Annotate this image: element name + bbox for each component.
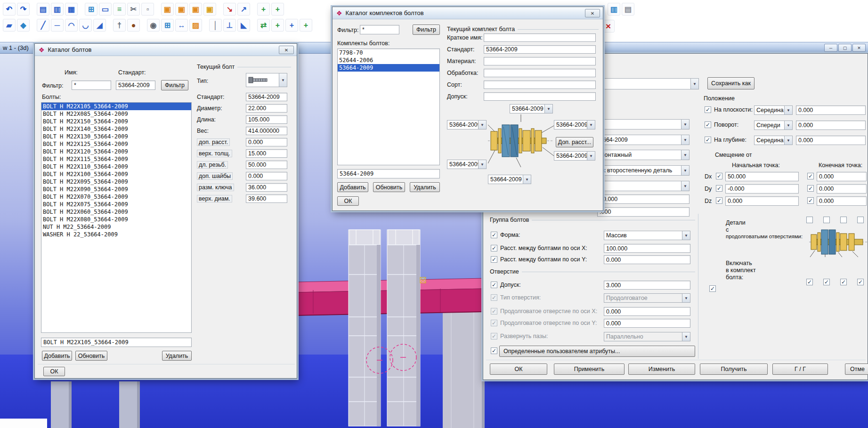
rotate-slots-checkbox[interactable] — [491, 333, 497, 339]
field-input[interactable] — [484, 57, 596, 65]
list-item[interactable]: BOLT H M22X105_53664-2009 — [41, 103, 191, 110]
dz-end-checkbox[interactable] — [807, 197, 814, 204]
checkbox[interactable] — [823, 217, 830, 223]
shape-combo[interactable]: Массив▼ — [604, 231, 690, 240]
bolt-stack-1[interactable] — [349, 230, 381, 426]
chevron-down-icon[interactable]: ▼ — [681, 181, 689, 191]
dy-start-value[interactable]: -0.000 — [725, 184, 799, 194]
on-plane-value[interactable]: 0.000 — [796, 105, 866, 115]
bolt-standard-combo[interactable]: 3664-2009▼ — [597, 135, 690, 145]
extra-distance-button[interactable]: Доп. расст... — [556, 137, 593, 147]
brush-icon[interactable]: ◆ — [17, 19, 30, 32]
paint-icon[interactable]: ▰ — [3, 19, 16, 32]
filter-input[interactable]: * — [360, 25, 399, 34]
ok-button[interactable]: ОК — [490, 363, 547, 375]
tolerance-checkbox[interactable] — [491, 282, 497, 288]
slot-y-checkbox[interactable] — [491, 320, 497, 326]
assembly-bottom-combo[interactable]: 53664-2009▼ — [488, 175, 531, 184]
chevron-down-icon[interactable]: ▼ — [681, 135, 689, 145]
list-item[interactable]: BOLT H M22X130_53664-2009 — [41, 133, 191, 140]
uda-checkbox[interactable] — [491, 347, 497, 354]
field-input[interactable]: 53664-2009 — [484, 45, 596, 54]
chamfer-icon[interactable]: ◢ — [93, 19, 106, 32]
list-icon[interactable]: ≡ — [113, 3, 126, 16]
list-item[interactable]: BOLT H M22X110_53664-2009 — [41, 163, 191, 170]
chart-icon[interactable]: ▥ — [608, 3, 620, 16]
ok-button[interactable]: ОК — [43, 367, 65, 376]
chevron-down-icon[interactable]: ▼ — [681, 166, 689, 175]
ok-button[interactable]: ОК — [337, 196, 359, 206]
rotation-checkbox[interactable] — [705, 121, 711, 128]
field-input[interactable] — [484, 69, 596, 77]
chevron-down-icon[interactable]: ▼ — [690, 79, 698, 89]
filter-button[interactable]: Фильтр — [161, 80, 188, 90]
bolt-left-combo[interactable]: 53664-2009▼ — [447, 160, 487, 169]
chevron-down-icon[interactable]: ▼ — [478, 160, 486, 169]
uda-button[interactable]: Определенные пользователем атрибуты... — [499, 346, 695, 357]
checkbox[interactable] — [840, 279, 847, 285]
slot-y-input[interactable]: 0.000 — [604, 319, 690, 328]
filter-name-input[interactable]: * — [72, 81, 111, 90]
washer-left-combo[interactable]: 53664-2009▼ — [447, 120, 487, 129]
snap-up-icon[interactable]: ↗ — [237, 3, 250, 16]
dist-x-checkbox[interactable] — [491, 245, 497, 251]
thread-in-material-combo[interactable]: а▼ — [597, 181, 690, 191]
toolbar-icon[interactable] — [251, 19, 256, 32]
assembly-catalog-titlebar[interactable]: ❖ Каталог комплектов болтов ✕ — [333, 7, 603, 19]
close-icon[interactable]: ✕ — [585, 9, 600, 17]
undo-icon[interactable]: ↶ — [3, 3, 16, 16]
chevron-down-icon[interactable]: ▼ — [682, 231, 690, 240]
field-input[interactable] — [484, 92, 596, 101]
tolerance-input[interactable]: 3.000 — [604, 281, 690, 290]
bolt-type-combo[interactable]: Монтажный▼ — [597, 150, 690, 160]
list-item[interactable]: 53664-2009 — [338, 64, 439, 72]
on-plane-checkbox[interactable] — [705, 106, 711, 113]
arc-icon[interactable]: ◠ — [65, 19, 78, 32]
ruler-icon[interactable]: ▤ — [622, 3, 634, 16]
checkbox[interactable] — [857, 217, 864, 223]
add-button[interactable]: Добавить — [337, 182, 368, 192]
select-filter-icon[interactable]: ▫ — [141, 3, 154, 16]
list-item[interactable]: BOLT H M22X100_53664-2009 — [41, 170, 191, 178]
filter-button[interactable]: Фильтр — [413, 24, 440, 35]
field-input[interactable] — [484, 81, 596, 89]
chevron-down-icon[interactable]: ▼ — [478, 121, 486, 129]
list-item[interactable]: BOLT H M22X120_53664-2009 — [41, 148, 191, 155]
list-item[interactable]: BOLT H M22X070_53664-2009 — [41, 193, 191, 201]
chevron-down-icon[interactable]: ▼ — [523, 175, 531, 184]
dx-start-checkbox[interactable] — [716, 173, 722, 179]
delete-button[interactable]: Удалить — [162, 351, 192, 361]
slot-x-input[interactable]: 0.000 — [604, 307, 690, 316]
toolbar-icon[interactable] — [203, 19, 208, 32]
on-plane-combo[interactable]: Середина▼ — [754, 105, 793, 115]
list-item[interactable]: BOLT H M22X060_53664-2009 — [41, 208, 191, 216]
chevron-down-icon[interactable]: ▼ — [681, 150, 689, 160]
maximize-button[interactable]: ▢ — [838, 44, 852, 52]
toolbar-icon[interactable] — [218, 3, 222, 16]
extra-length-input[interactable]: .000 — [597, 207, 690, 217]
connect-part-combo[interactable]: ак второстепенную деталь▼ — [597, 165, 690, 176]
washer-right-combo[interactable]: 53664-2009▼ — [554, 120, 595, 129]
list-item[interactable]: BOLT H M22X125_53664-2009 — [41, 140, 191, 148]
phase-icon[interactable]: ⇄ — [257, 19, 270, 32]
dx-start-value[interactable]: 50.000 — [725, 172, 799, 181]
chevron-down-icon[interactable]: ▼ — [681, 120, 689, 129]
update-button[interactable]: Обновить — [75, 351, 107, 361]
toolbar-icon[interactable] — [31, 19, 35, 32]
selected-bolt-input[interactable]: BOLT H M22X105_53664-2009 — [41, 338, 192, 347]
save-as-button[interactable]: Сохранить как — [707, 77, 754, 89]
bolt-tool-icon[interactable]: † — [113, 19, 126, 32]
toolbar-icon[interactable] — [107, 19, 112, 32]
field-input[interactable]: 15.000 — [246, 149, 287, 158]
hatch-icon[interactable]: ▨ — [189, 19, 202, 32]
dy-end-checkbox[interactable] — [807, 185, 814, 192]
add-button[interactable]: Добавить — [42, 351, 72, 361]
apply-button[interactable]: Применить — [554, 363, 625, 375]
assemblies-listbox[interactable]: 7798-7052644-200653664-2009 — [337, 48, 440, 165]
axis-icon[interactable]: │ — [209, 19, 222, 32]
line-icon[interactable]: ╱ — [37, 19, 49, 32]
slope-icon[interactable]: ◣ — [237, 19, 250, 32]
rotate-slots-combo[interactable]: Параллельно▼ — [604, 332, 690, 341]
perpendicular-icon[interactable]: ⊥ — [223, 19, 236, 32]
chevron-down-icon[interactable]: ▼ — [784, 121, 792, 129]
